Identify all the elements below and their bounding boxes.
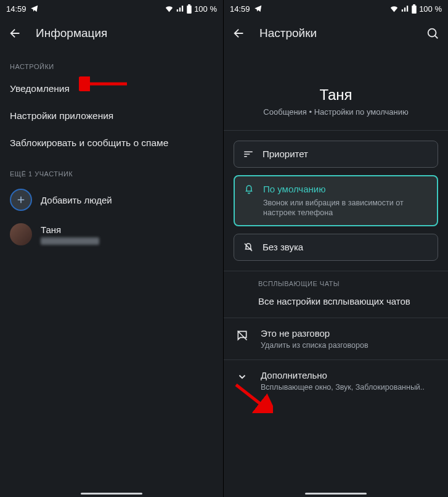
contact-header: Таня Сообщения • Настройки по умолчанию: [224, 49, 448, 130]
screen-settings: 14:59 100 % Настройки Таня Сообщения • Н…: [224, 0, 448, 497]
back-button[interactable]: [9, 27, 22, 40]
participants-header: ЕЩЁ 1 УЧАСТНИК: [0, 157, 223, 183]
signal-icon: [176, 4, 184, 13]
battery-icon: [186, 4, 192, 14]
home-handle[interactable]: [305, 493, 367, 495]
option-label: По умолчанию: [263, 184, 428, 194]
contact-name: Таня: [234, 86, 438, 104]
bubble-header: ВСПЛЫВАЮЩИЕ ЧАТЫ: [258, 280, 436, 287]
settings-header: НАСТРОЙКИ: [0, 49, 223, 75]
top-bar: Настройки: [224, 17, 448, 49]
option-default[interactable]: По умолчанию Звонок или вибрация в завис…: [234, 175, 438, 226]
block-spam-item[interactable]: Заблокировать и сообщить о спаме: [0, 129, 223, 157]
notifications-item[interactable]: Уведомления: [0, 75, 223, 102]
svg-point-5: [428, 29, 436, 37]
bell-off-icon: [243, 242, 254, 253]
option-desc: Звонок или вибрация в зависимости от нас…: [263, 198, 428, 218]
add-people-button[interactable]: Добавить людей: [0, 183, 223, 217]
home-handle[interactable]: [81, 493, 142, 495]
status-bar: 14:59 100 %: [224, 0, 448, 17]
clock: 14:59: [230, 4, 250, 14]
bubble-section: ВСПЛЫВАЮЩИЕ ЧАТЫ Все настройки всплывающ…: [224, 271, 448, 318]
battery-pct: 100 %: [419, 4, 442, 14]
row-title: Это не разговор: [261, 328, 369, 339]
notification-options: Приоритет По умолчанию Звонок или вибрац…: [224, 131, 448, 271]
plus-icon: [10, 189, 32, 211]
more-row[interactable]: Дополнительно Всплывающее окно, Звук, За…: [224, 360, 448, 401]
top-bar: Информация: [0, 17, 223, 49]
option-silent[interactable]: Без звука: [234, 234, 438, 261]
status-bar: 14:59 100 %: [0, 0, 223, 17]
not-conversation-row[interactable]: Это не разговор Удалить из списка разгов…: [224, 318, 448, 359]
option-priority[interactable]: Приоритет: [234, 141, 438, 168]
svg-rect-4: [413, 4, 415, 6]
battery-icon: [411, 4, 417, 14]
svg-rect-3: [412, 5, 417, 13]
page-title: Настройки: [259, 27, 317, 40]
telegram-icon: [254, 4, 263, 13]
chevron-down-icon: [236, 370, 248, 392]
wifi-icon: [389, 4, 399, 14]
svg-rect-0: [187, 5, 192, 13]
participant-row[interactable]: Таня: [0, 217, 223, 252]
svg-rect-1: [188, 4, 190, 6]
add-people-label: Добавить людей: [41, 195, 112, 205]
clock: 14:59: [6, 4, 26, 14]
chat-off-icon: [236, 328, 248, 350]
signal-icon: [401, 4, 409, 13]
row-sub: Всплывающее окно, Звук, Заблокированный.…: [261, 383, 425, 392]
participant-name: Таня: [41, 224, 99, 235]
priority-icon: [243, 149, 254, 160]
app-settings-item[interactable]: Настройки приложения: [0, 102, 223, 129]
option-label: Приоритет: [263, 149, 429, 159]
wifi-icon: [165, 4, 174, 14]
back-button[interactable]: [232, 27, 246, 40]
row-sub: Удалить из списка разговоров: [261, 341, 369, 350]
bell-icon: [243, 184, 255, 195]
page-title: Информация: [36, 27, 107, 40]
search-button[interactable]: [426, 27, 439, 40]
bubble-all-settings[interactable]: Все настройки всплывающих чатов: [258, 296, 436, 306]
telegram-icon: [30, 4, 39, 13]
participant-number-blurred: [41, 237, 99, 245]
screen-info: 14:59 100 % Информация НАСТРОЙКИ Уведомл…: [0, 0, 224, 497]
avatar: [10, 223, 32, 245]
row-title: Дополнительно: [261, 370, 425, 380]
contact-sub: Сообщения • Настройки по умолчанию: [234, 107, 438, 117]
option-label: Без звука: [263, 242, 429, 252]
battery-pct: 100 %: [194, 4, 217, 14]
